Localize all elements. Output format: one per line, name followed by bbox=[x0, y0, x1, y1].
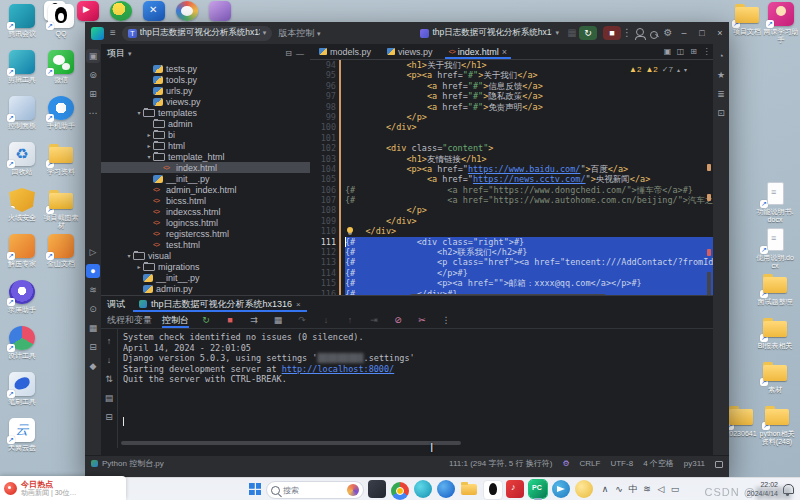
desktop-icon[interactable]: ↗笔刷工具 bbox=[3, 372, 41, 406]
step-out-icon[interactable]: ↑ bbox=[343, 315, 357, 325]
desktop-icon[interactable]: ♻↗回收站 bbox=[3, 142, 41, 176]
taskbar-icon-pycharm[interactable] bbox=[529, 480, 547, 498]
settings-gear-icon[interactable]: ⚙ bbox=[661, 27, 675, 39]
editor-more-icon[interactable]: ⋮ bbox=[700, 46, 713, 58]
tree-item-__init__.py[interactable]: __init__.py bbox=[101, 173, 310, 184]
code-line-96[interactable]: 96 <a href="#">信息反馈</a> bbox=[310, 81, 713, 91]
tree-item-views.py[interactable]: views.py bbox=[101, 96, 310, 107]
next-problem-icon[interactable]: ▾ bbox=[684, 66, 687, 73]
debug-button[interactable]: ▦ bbox=[565, 27, 579, 39]
debug-tab-线程和变量[interactable]: 线程和变量 bbox=[107, 312, 152, 328]
project-panel-header[interactable]: 项目 ▾ ⊟ — bbox=[101, 44, 310, 63]
desktop-icon[interactable]: ↗手机助手 bbox=[42, 96, 80, 130]
tree-item-test.html[interactable]: <>test.html bbox=[101, 239, 310, 250]
hide-panel-icon[interactable]: — bbox=[296, 48, 304, 60]
debug-session-tab[interactable]: thp日志数据可视化分析系统hx1316 × bbox=[133, 296, 307, 312]
rerun-icon[interactable]: ↻ bbox=[199, 315, 213, 325]
evaluate-icon[interactable]: ✂ bbox=[415, 315, 429, 325]
desktop-icon[interactable]: ↗控制面板 bbox=[3, 96, 41, 130]
desktop-icon[interactable]: ↗设计工具 bbox=[3, 326, 41, 360]
inspection-widget[interactable]: ▲2 ▲2 ✓7 ▴ ▾ bbox=[625, 64, 691, 75]
tree-arrow-icon[interactable]: ▸ bbox=[145, 131, 153, 138]
ai-assistant-icon[interactable]: ★ bbox=[714, 68, 728, 82]
tree-item-templates[interactable]: ▾templates bbox=[101, 107, 310, 118]
tree-item-indexcss.html[interactable]: <>indexcss.html bbox=[101, 206, 310, 217]
encoding-widget[interactable]: UTF-8 bbox=[610, 459, 633, 468]
code-line-100[interactable]: 100 </div> bbox=[310, 122, 713, 132]
rerun-button[interactable]: ↻ bbox=[579, 26, 597, 40]
tree-item-migrations[interactable]: ▸migrations bbox=[101, 261, 310, 272]
taskbar-icon-dark-app[interactable] bbox=[368, 480, 386, 498]
tree-item-urls.py[interactable]: urls.py bbox=[101, 85, 310, 96]
tab-index.html[interactable]: <>index.html× bbox=[441, 44, 515, 59]
tree-item-template_html[interactable]: ▾template_html bbox=[101, 151, 310, 162]
vcs-widget[interactable]: 版本控制 ▾ bbox=[278, 27, 320, 40]
taskbar-icon-file-explorer[interactable] bbox=[460, 480, 478, 498]
desktop-icon[interactable]: ↗解压专家 bbox=[3, 234, 41, 268]
tree-arrow-icon[interactable]: ▸ bbox=[145, 142, 153, 149]
maximize-button[interactable]: □ bbox=[693, 22, 711, 44]
close-icon[interactable]: × bbox=[502, 47, 507, 57]
code-line-114[interactable]: 114{# </p>#} bbox=[310, 268, 713, 278]
taskbar-search-box[interactable]: 搜索 bbox=[266, 481, 364, 499]
indent-widget[interactable]: 4 个空格 bbox=[643, 458, 674, 469]
code-line-108[interactable]: 108 </p> bbox=[310, 205, 713, 215]
desktop-icon[interactable]: ↗BI报表相关 bbox=[756, 316, 794, 350]
ime-indicator[interactable]: 中 bbox=[626, 483, 640, 496]
code-line-109[interactable]: 109 </div> bbox=[310, 216, 713, 226]
search-everywhere-icon[interactable] bbox=[647, 28, 661, 39]
print-icon[interactable]: ▤ bbox=[102, 391, 116, 405]
taskbar-clock[interactable]: 22:02 2024/4/14 bbox=[747, 480, 778, 498]
scroll-down-icon[interactable]: ↓ bbox=[102, 353, 116, 367]
desktop-icon[interactable]: ↗面试题整理 bbox=[756, 272, 794, 306]
commit-icon[interactable]: ⊚ bbox=[86, 68, 100, 82]
step-into-icon[interactable]: ↓ bbox=[319, 315, 333, 325]
clear-console-icon[interactable]: ⊟ bbox=[102, 410, 116, 424]
code-line-115[interactable]: 115{# <p><a href="">邮箱：xxxx@qq.com</a></… bbox=[310, 278, 713, 288]
desktop-icon[interactable]: ↗python相关资料(248) bbox=[758, 404, 796, 446]
code-line-102[interactable]: 102 <div class="content"> bbox=[310, 143, 713, 153]
tray-expand[interactable]: ∧∿中≋◁▭ bbox=[598, 478, 682, 500]
delete-icon[interactable]: ⊟ bbox=[86, 340, 100, 354]
line-separator-widget[interactable]: CRLF bbox=[580, 459, 601, 468]
tree-item-admin.py[interactable]: admin.py bbox=[101, 283, 310, 294]
tree-arrow-icon[interactable]: ▾ bbox=[135, 109, 143, 116]
readonly-lock-icon[interactable] bbox=[715, 461, 723, 468]
desktop-icon[interactable]: ↗金山文档 bbox=[42, 234, 80, 268]
terminal-icon[interactable]: ▦ bbox=[86, 321, 100, 335]
tree-item-tests.py[interactable]: tests.py bbox=[101, 63, 310, 74]
tray-chevron-icon[interactable]: ∧ bbox=[598, 484, 612, 494]
close-button[interactable]: × bbox=[711, 22, 729, 44]
code-with-me-icon[interactable] bbox=[633, 26, 647, 40]
notifications-icon[interactable]: ◔ bbox=[714, 49, 728, 63]
step-over-icon[interactable]: ↷ bbox=[295, 315, 309, 325]
gradle-icon[interactable]: ⊡ bbox=[714, 106, 728, 120]
tree-item-tools.py[interactable]: tools.py bbox=[101, 74, 310, 85]
desktop-icon[interactable]: ↗剪辑工具 bbox=[3, 50, 41, 84]
desktop-icon[interactable]: ↗QQ bbox=[42, 4, 80, 38]
tree-item-bi[interactable]: ▸bi bbox=[101, 129, 310, 140]
editor-layout-icon[interactable]: ▣ bbox=[661, 46, 674, 58]
project-widget[interactable]: T thp日志数据可视化分析系统hx1316 ▾ bbox=[122, 26, 273, 41]
taskbar-icon-chrome[interactable] bbox=[391, 482, 409, 500]
tree-arrow-icon[interactable]: ▾ bbox=[125, 252, 133, 259]
code-line-107[interactable]: 107{# <a href="https://www.autohome.com.… bbox=[310, 195, 713, 205]
scroll-mark-warning[interactable] bbox=[707, 194, 711, 201]
desktop-icon[interactable]: ↗学习资料 bbox=[42, 142, 80, 176]
taskbar-icon-netease-music[interactable] bbox=[506, 480, 524, 498]
split-down-icon[interactable]: ⊞ bbox=[687, 46, 700, 58]
resume-icon[interactable]: ⇉ bbox=[247, 315, 261, 325]
python-packages-icon[interactable]: ◆ bbox=[86, 359, 100, 373]
minimize-button[interactable]: – bbox=[675, 22, 693, 44]
code-line-101[interactable]: 101 bbox=[310, 133, 713, 143]
run-to-cursor-icon[interactable]: ⇥ bbox=[367, 315, 381, 325]
scroll-mark-error[interactable] bbox=[707, 249, 711, 256]
desktop-icon-pink-video[interactable] bbox=[77, 1, 99, 21]
tray-pen-icon[interactable]: ∿ bbox=[612, 484, 626, 494]
scroll-up-icon[interactable]: ↑ bbox=[102, 334, 116, 348]
code-line-106[interactable]: 106{# <a href="https://www.dongchedi.com… bbox=[310, 185, 713, 195]
mute-breakpoints-icon[interactable]: ⊘ bbox=[391, 315, 405, 325]
desktop-icon-blue-app[interactable] bbox=[143, 1, 165, 21]
taskbar-icon-telegram[interactable] bbox=[552, 480, 570, 498]
prev-problem-icon[interactable]: ▴ bbox=[677, 66, 680, 73]
